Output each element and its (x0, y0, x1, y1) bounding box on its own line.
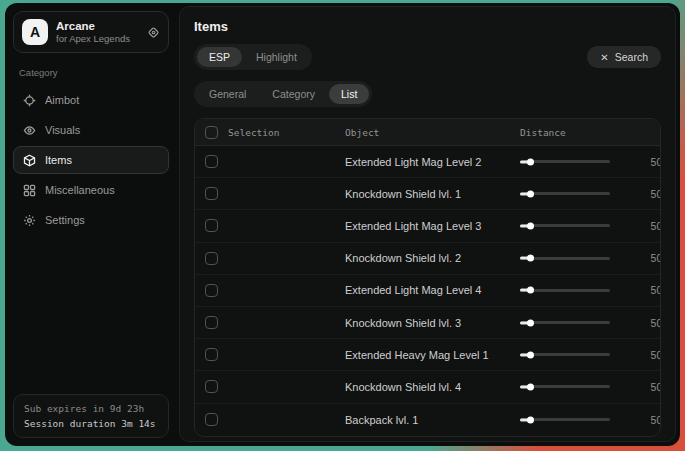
distance-slider[interactable] (520, 385, 610, 388)
distance-slider[interactable] (520, 353, 610, 356)
table-row: Knockdown Shield lvl. 1 50m (195, 178, 660, 210)
brand-subtitle: for Apex Legends (56, 33, 139, 45)
mode-tab-group: ESP Highlight (194, 44, 312, 70)
distance-slider[interactable] (520, 192, 610, 195)
distance-slider[interactable] (520, 289, 610, 292)
items-table: Selection Object Distance Color Extended… (194, 118, 661, 437)
distance-value: 50m (625, 220, 661, 232)
table-row: Knockdown Shield lvl. 2 50m (195, 243, 660, 275)
tab-highlight[interactable]: Highlight (244, 47, 309, 67)
crosshair-icon (22, 93, 36, 107)
row-checkbox[interactable] (205, 155, 218, 168)
select-all-checkbox[interactable] (205, 126, 218, 139)
sidebar: A Arcane for Apex Legends Category Aimbo… (5, 3, 177, 446)
distance-slider[interactable] (520, 321, 610, 324)
distance-value: 50m (625, 188, 661, 200)
object-name: Extended Light Mag Level 3 (345, 220, 520, 232)
tab-esp[interactable]: ESP (197, 47, 242, 67)
session-info-card: Sub expires in 9d 23h Session duration 3… (13, 394, 169, 438)
table-row: Extended Light Mag Level 4 50m (195, 275, 660, 307)
table-row: Knockdown Shield lvl. 4 50m (195, 371, 660, 403)
object-name: Extended Light Mag Level 2 (345, 156, 520, 168)
distance-slider[interactable] (520, 160, 610, 163)
app-logo: A (22, 19, 48, 45)
pin-icon[interactable] (147, 26, 160, 39)
object-name: Knockdown Shield lvl. 3 (345, 317, 520, 329)
x-icon: ✕ (600, 52, 608, 63)
sidebar-item-miscellaneous[interactable]: Miscellaneous (13, 176, 169, 204)
row-checkbox[interactable] (205, 380, 218, 393)
view-tab-group: General Category List (194, 81, 372, 107)
sidebar-item-label: Items (45, 154, 72, 166)
slider-thumb[interactable] (527, 190, 534, 197)
slider-thumb[interactable] (527, 351, 534, 358)
grid-icon (22, 183, 36, 197)
table-body: Extended Light Mag Level 2 50m Knockdown… (195, 146, 660, 436)
distance-value: 50m (625, 284, 661, 296)
row-checkbox[interactable] (205, 348, 218, 361)
sidebar-item-visuals[interactable]: Visuals (13, 116, 169, 144)
column-header-distance: Distance (520, 127, 625, 138)
search-button[interactable]: ✕ Search (587, 46, 661, 68)
distance-value: 50m (625, 414, 661, 426)
distance-slider[interactable] (520, 224, 610, 227)
slider-thumb[interactable] (527, 383, 534, 390)
sidebar-item-settings[interactable]: Settings (13, 206, 169, 234)
sidebar-item-aimbot[interactable]: Aimbot (13, 86, 169, 114)
sidebar-item-items[interactable]: Items (13, 146, 169, 174)
slider-thumb[interactable] (527, 287, 534, 294)
main-panel: Items ESP Highlight ✕ Search General Cat… (179, 6, 676, 442)
distance-slider[interactable] (520, 257, 610, 260)
slider-thumb[interactable] (527, 319, 534, 326)
distance-value: 50m (625, 317, 661, 329)
sidebar-item-label: Visuals (45, 124, 80, 136)
row-checkbox[interactable] (205, 316, 218, 329)
row-checkbox[interactable] (205, 252, 218, 265)
eye-icon (22, 123, 36, 137)
distance-slider[interactable] (520, 418, 610, 421)
page-title: Items (194, 19, 661, 34)
app-window: A Arcane for Apex Legends Category Aimbo… (5, 3, 680, 446)
sidebar-item-label: Miscellaneous (45, 184, 115, 196)
distance-value: 50m (625, 156, 661, 168)
column-header-object: Object (345, 127, 520, 138)
row-checkbox[interactable] (205, 284, 218, 297)
table-row: Extended Heavy Mag Level 1 50m (195, 339, 660, 371)
sub-expiry-text: Sub expires in 9d 23h (24, 403, 158, 414)
tab-category[interactable]: Category (260, 84, 327, 104)
row-checkbox[interactable] (205, 413, 218, 426)
slider-thumb[interactable] (527, 416, 534, 423)
tab-list[interactable]: List (329, 84, 369, 104)
slider-thumb[interactable] (527, 222, 534, 229)
row-checkbox[interactable] (205, 219, 218, 232)
column-header-selection: Selection (228, 127, 279, 138)
object-name: Backpack lvl. 1 (345, 414, 520, 426)
distance-value: 50m (625, 252, 661, 264)
table-row: Extended Light Mag Level 3 50m (195, 210, 660, 242)
object-name: Extended Light Mag Level 4 (345, 284, 520, 296)
table-header-row: Selection Object Distance Color (195, 119, 660, 146)
tab-general[interactable]: General (197, 84, 258, 104)
object-name: Knockdown Shield lvl. 1 (345, 188, 520, 200)
table-row: Backpack lvl. 1 50m (195, 404, 660, 436)
slider-thumb[interactable] (527, 158, 534, 165)
sidebar-item-label: Aimbot (45, 94, 79, 106)
object-name: Knockdown Shield lvl. 4 (345, 381, 520, 393)
table-row: Extended Light Mag Level 2 50m (195, 146, 660, 178)
category-label: Category (19, 67, 163, 78)
brand-title: Arcane (56, 19, 139, 33)
brand-card: A Arcane for Apex Legends (13, 11, 169, 53)
row-checkbox[interactable] (205, 187, 218, 200)
slider-thumb[interactable] (527, 255, 534, 262)
object-name: Extended Heavy Mag Level 1 (345, 349, 520, 361)
sidebar-nav: Aimbot Visuals Items Miscellaneous (13, 86, 169, 234)
object-name: Knockdown Shield lvl. 2 (345, 252, 520, 264)
session-duration-text: Session duration 3m 14s (24, 418, 158, 429)
box-icon (22, 153, 36, 167)
sidebar-item-label: Settings (45, 214, 85, 226)
distance-value: 50m (625, 381, 661, 393)
table-row: Knockdown Shield lvl. 3 50m (195, 307, 660, 339)
distance-value: 50m (625, 349, 661, 361)
gear-icon (22, 213, 36, 227)
search-button-label: Search (615, 51, 648, 63)
